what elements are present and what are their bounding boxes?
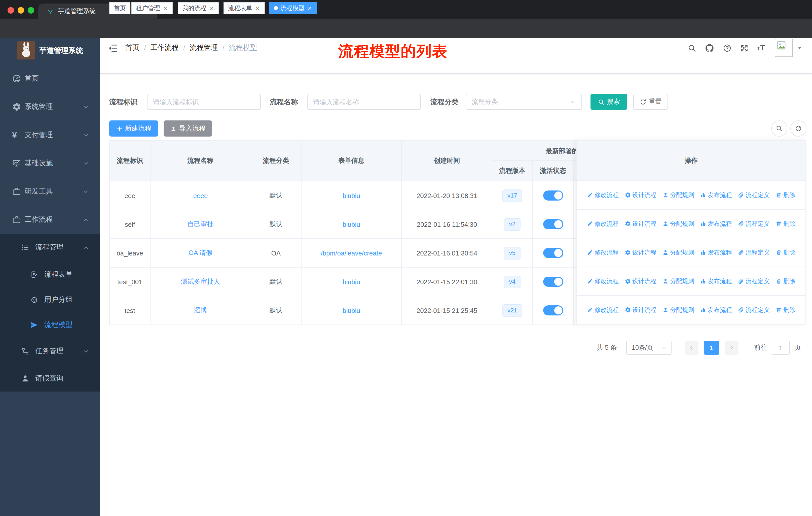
action-delete[interactable]: 删除 [776, 248, 795, 257]
active-toggle[interactable] [543, 219, 563, 229]
process-name-link[interactable]: 滔博 [194, 306, 207, 315]
action-edit-process[interactable]: 修改流程 [587, 219, 619, 228]
fullscreen-icon[interactable] [740, 44, 749, 52]
goto-page-input[interactable] [772, 341, 790, 355]
tag-process-form[interactable]: 流程表单 [224, 2, 265, 14]
toggle-search-button[interactable] [771, 120, 787, 137]
sidebar-item-task-management[interactable]: 任务管理 [0, 338, 100, 364]
action-design-process[interactable]: 设计流程 [625, 219, 657, 228]
tag-process-model[interactable]: 流程模型 [269, 2, 317, 14]
action-edit-process[interactable]: 修改流程 [587, 191, 619, 199]
sidebar-item-system[interactable]: 系统管理 [0, 93, 100, 121]
sidebar-item-process-model[interactable]: 流程模型 [0, 313, 100, 337]
tag-my-process[interactable]: 我的流程 [178, 2, 219, 14]
search-button[interactable]: 搜索 [590, 94, 627, 110]
process-name-link[interactable]: 自己审批 [187, 220, 214, 229]
action-assign-rule[interactable]: 分配规则 [663, 277, 694, 286]
window-maximize-button[interactable] [28, 7, 34, 13]
process-category-select[interactable]: 流程分类 [466, 94, 582, 110]
window-close-button[interactable] [7, 7, 14, 13]
search-icon[interactable] [688, 44, 696, 52]
tag-home[interactable]: 首页 [109, 2, 130, 14]
breadcrumb-item-home[interactable]: 首页 [125, 43, 140, 52]
action-process-definition[interactable]: 流程定义 [738, 248, 770, 257]
sidebar-item-process-form[interactable]: 流程表单 [0, 262, 100, 287]
create-process-button[interactable]: 新建流程 [109, 120, 158, 137]
sidebar-item-infrastructure[interactable]: 基础设施 [0, 149, 100, 178]
breadcrumb-item-workflow[interactable]: 工作流程 [150, 43, 179, 52]
action-publish-process[interactable]: 发布流程 [700, 248, 732, 257]
window-minimize-button[interactable] [18, 7, 24, 13]
sidebar-item-home[interactable]: 首页 [0, 64, 100, 93]
action-process-definition[interactable]: 流程定义 [738, 191, 770, 199]
action-design-process[interactable]: 设计流程 [625, 277, 657, 286]
app-logo-avatar[interactable] [17, 41, 35, 59]
process-name-link[interactable]: eeee [193, 192, 208, 199]
tag-tenant-management[interactable]: 租户管理 [132, 2, 173, 14]
action-design-process[interactable]: 设计流程 [625, 248, 657, 257]
page-size-select[interactable]: 10条/页 [626, 341, 671, 355]
form-info-link[interactable]: /bpm/oa/leave/create [321, 249, 382, 257]
sidebar-item-workflow[interactable]: 工作流程 [0, 206, 100, 234]
sidebar-item-leave-query[interactable]: 请假查询 [0, 366, 100, 391]
breadcrumb-item-process-management[interactable]: 流程管理 [190, 43, 218, 52]
process-key-input[interactable] [147, 94, 261, 110]
sidebar-item-user-group[interactable]: 用户分组 [0, 287, 100, 313]
action-publish-process[interactable]: 发布流程 [700, 191, 732, 199]
user-icon [21, 374, 29, 382]
active-toggle[interactable] [543, 190, 563, 200]
action-process-definition[interactable]: 流程定义 [738, 219, 770, 228]
form-info-link[interactable]: biubiu [343, 307, 360, 314]
robot-icon [30, 296, 38, 304]
action-process-definition[interactable]: 流程定义 [738, 306, 770, 314]
action-edit-process[interactable]: 修改流程 [587, 277, 619, 286]
form-info-link[interactable]: biubiu [343, 278, 360, 286]
refresh-table-button[interactable] [790, 120, 807, 137]
action-edit-process[interactable]: 修改流程 [587, 306, 619, 314]
flow-icon [21, 347, 29, 355]
reset-button[interactable]: 重置 [633, 94, 668, 110]
close-icon[interactable] [163, 5, 168, 11]
help-icon[interactable] [723, 44, 731, 52]
action-publish-process[interactable]: 发布流程 [700, 219, 732, 228]
sidebar-item-process-management[interactable]: 流程管理 [0, 235, 100, 260]
page-1-button[interactable]: 1 [704, 341, 719, 355]
action-assign-rule[interactable]: 分配规则 [663, 219, 694, 228]
process-name-input[interactable] [307, 94, 421, 110]
action-publish-process[interactable]: 发布流程 [700, 306, 732, 314]
active-toggle[interactable] [543, 305, 563, 316]
action-assign-rule[interactable]: 分配规则 [663, 248, 694, 257]
user-icon [663, 192, 669, 198]
close-icon[interactable] [307, 5, 313, 11]
active-toggle[interactable] [543, 248, 563, 258]
github-icon[interactable] [705, 43, 714, 53]
action-process-definition[interactable]: 流程定义 [738, 277, 770, 286]
prev-page-button[interactable] [685, 341, 698, 355]
active-toggle[interactable] [543, 277, 563, 287]
action-delete[interactable]: 删除 [776, 191, 795, 199]
next-page-button[interactable] [725, 341, 738, 355]
user-avatar[interactable] [775, 39, 793, 57]
import-process-button[interactable]: 导入流程 [164, 120, 212, 137]
sidebar-item-payment[interactable]: ¥ 支付管理 [0, 121, 100, 149]
action-delete[interactable]: 删除 [776, 306, 795, 314]
process-name-link[interactable]: OA 请假 [188, 248, 212, 257]
process-name-link[interactable]: 测试多审批人 [181, 277, 220, 286]
action-delete[interactable]: 删除 [776, 277, 795, 286]
form-info-link[interactable]: biubiu [343, 192, 360, 199]
close-icon[interactable] [209, 5, 214, 11]
action-publish-process[interactable]: 发布流程 [700, 277, 732, 286]
form-info-link[interactable]: biubiu [343, 220, 360, 228]
sidebar-item-dev-tools[interactable]: 研发工具 [0, 178, 100, 206]
collapse-sidebar-icon[interactable] [108, 43, 118, 53]
action-design-process[interactable]: 设计流程 [625, 191, 657, 199]
action-design-process[interactable]: 设计流程 [625, 306, 657, 314]
action-edit-process[interactable]: 修改流程 [587, 248, 619, 257]
action-assign-rule[interactable]: 分配规则 [663, 191, 694, 199]
font-size-icon[interactable]: TT [757, 44, 765, 52]
user-caret-down-icon[interactable] [797, 45, 803, 51]
action-delete[interactable]: 删除 [776, 219, 795, 228]
action-assign-rule[interactable]: 分配规则 [663, 306, 694, 314]
cell-category: 默认 [251, 268, 301, 296]
close-icon[interactable] [255, 5, 260, 11]
